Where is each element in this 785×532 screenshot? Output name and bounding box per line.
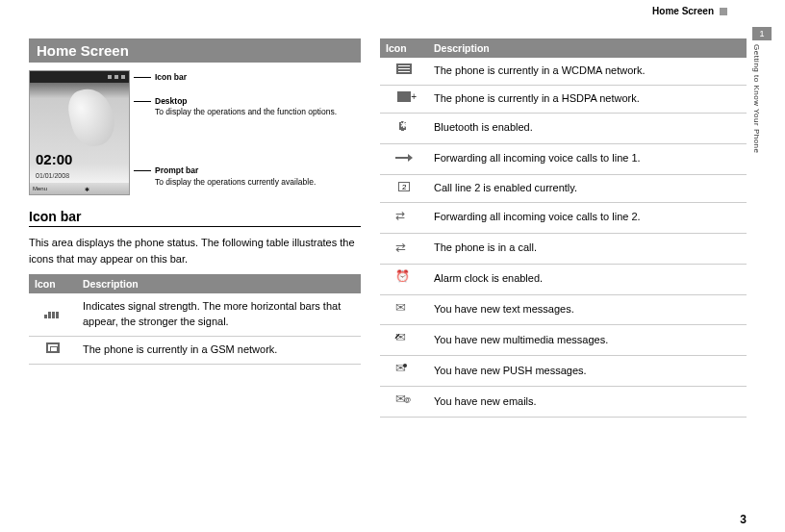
desc-cell: You have new text messages.: [428, 294, 747, 325]
table-row: You have new text messages.: [380, 294, 747, 325]
icon-cell: [380, 85, 428, 113]
table-row: Indicates signal strength. The more hori…: [29, 293, 361, 336]
icon-cell: [380, 58, 428, 85]
icon-cell: [29, 293, 77, 336]
desc-cell: The phone is in a call.: [428, 233, 747, 264]
email-icon: [395, 393, 413, 406]
softkey-center: ✱: [85, 186, 89, 192]
desc-cell: Bluetooth is enabled.: [428, 113, 747, 143]
sms-icon: [395, 301, 413, 315]
table-row: You have new multimedia messages.: [380, 325, 747, 356]
desc-cell: The phone is currently in a WCDMA networ…: [428, 58, 747, 85]
table-row: The phone is currently in a WCDMA networ…: [380, 58, 747, 85]
softkey-left: Menu: [33, 186, 47, 191]
signal-icon: [44, 305, 62, 318]
icon-cell: [380, 202, 428, 233]
th-icon: Icon: [380, 38, 428, 58]
phone-prompt-bar: Menu ✱: [30, 183, 129, 194]
home-screen-figure: 02:00 01/01/2008 Menu ✱ Icon bar Desktop…: [29, 70, 361, 195]
table-row: Forwarding all incoming voice calls to l…: [380, 202, 747, 233]
table-row: Forwarding all incoming voice calls to l…: [380, 143, 747, 174]
icon-cell: [29, 336, 77, 364]
mms-icon: [395, 331, 413, 344]
th-icon: Icon: [29, 274, 77, 293]
intro-paragraph: This area displays the phone status. The…: [29, 235, 361, 266]
bt-icon: [395, 119, 413, 133]
desc-cell: Forwarding all incoming voice calls to l…: [428, 143, 747, 174]
page-number: 3: [740, 513, 747, 526]
icon-cell: [380, 233, 428, 264]
icon-cell: [380, 264, 428, 294]
icon-cell: [380, 113, 428, 143]
table-row: The phone is currently in a HSDPA networ…: [380, 85, 747, 113]
section-title: Home Screen: [29, 38, 361, 63]
table-row: Call line 2 is enabled currently.: [380, 174, 747, 202]
icon-cell: [380, 143, 428, 174]
call-icon: [395, 240, 413, 253]
desc-cell: You have new PUSH messages.: [428, 356, 747, 387]
icon-cell: [380, 174, 428, 202]
table-row: The phone is currently in a GSM network.: [29, 336, 361, 364]
wcdma-icon: [396, 63, 412, 74]
wallpaper-icon: [64, 85, 118, 150]
phone-icon-bar: [30, 71, 129, 83]
left-tbody: Indicates signal strength. The more hori…: [29, 293, 361, 364]
desc-cell: Call line 2 is enabled currently.: [428, 174, 747, 202]
th-desc: Description: [77, 274, 361, 293]
icon-table-left: Icon Description Indicates signal streng…: [29, 274, 361, 365]
icon-cell: [380, 387, 428, 418]
desc-cell: You have new multimedia messages.: [428, 325, 747, 356]
desc-cell: The phone is currently in a HSDPA networ…: [428, 85, 747, 113]
table-row: Alarm clock is enabled.: [380, 264, 747, 294]
gsm-icon: [46, 342, 60, 353]
phone-screenshot: 02:00 01/01/2008 Menu ✱: [29, 70, 130, 195]
table-row: You have new emails.: [380, 387, 747, 418]
icon-cell: [380, 294, 428, 325]
phone-clock: 02:00: [36, 151, 72, 167]
desc-cell: Alarm clock is enabled.: [428, 264, 747, 294]
th-desc: Description: [428, 38, 747, 58]
hsdpa-icon: [397, 91, 411, 102]
fwd1-icon: [395, 150, 413, 164]
subsection-heading: Icon bar: [29, 209, 361, 227]
table-row: You have new PUSH messages.: [380, 356, 747, 387]
table-row: The phone is in a call.: [380, 233, 747, 264]
desc-cell: You have new emails.: [428, 387, 747, 418]
phone-date: 01/01/2008: [36, 172, 69, 179]
right-tbody: The phone is currently in a WCDMA networ…: [380, 58, 747, 418]
fwd2-icon: [395, 209, 413, 222]
callout-icon-bar: Icon bar: [134, 72, 337, 83]
icon-table-right: Icon Description The phone is currently …: [380, 38, 747, 418]
desc-cell: Indicates signal strength. The more hori…: [77, 293, 361, 336]
figure-callouts: Icon bar Desktop To display the operatio…: [134, 70, 337, 187]
push-icon: [395, 362, 413, 375]
callout-prompt-bar: Prompt bar To display the operations cur…: [134, 165, 337, 187]
desc-cell: Forwarding all incoming voice calls to l…: [428, 202, 747, 233]
table-row: Bluetooth is enabled.: [380, 113, 747, 143]
desc-cell: The phone is currently in a GSM network.: [77, 336, 361, 364]
line2-icon: [398, 182, 410, 191]
icon-cell: [380, 325, 428, 356]
alarm-icon: [395, 270, 413, 284]
icon-cell: [380, 356, 428, 387]
callout-desktop: Desktop To display the operations and th…: [134, 96, 337, 117]
